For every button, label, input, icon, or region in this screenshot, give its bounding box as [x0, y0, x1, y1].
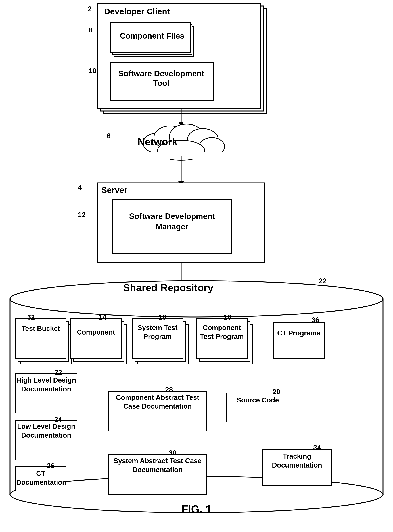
svg-rect-31: [71, 319, 121, 359]
comp-test-prog-label: Component Test Program: [197, 323, 246, 341]
svg-rect-15: [148, 152, 225, 159]
svg-rect-38: [274, 322, 324, 359]
svg-rect-30: [73, 321, 124, 361]
network-label: Network: [138, 136, 178, 148]
ref-36: 36: [311, 316, 319, 324]
ct-programs-label: CT Programs: [274, 329, 323, 338]
diagram: 2 Developer Client 8 Component Files 10 …: [0, 0, 393, 520]
comp-files-label: Component Files: [116, 31, 188, 41]
svg-rect-2: [98, 3, 261, 108]
server-label: Server: [101, 185, 127, 195]
sdm-label: Software Development Manager: [116, 211, 228, 232]
dev-client-title: Developer Client: [104, 6, 170, 16]
sdt-label: Software Development Tool: [114, 69, 208, 88]
ref-30: 30: [169, 449, 176, 457]
ref-18: 18: [158, 313, 166, 321]
test-bucket-label: Test Bucket: [16, 324, 65, 333]
tracking-label: Tracking Documentation: [264, 452, 330, 470]
ref-4: 4: [78, 184, 82, 192]
sys-abstract-label: System Abstract Test Case Documentation: [110, 457, 206, 474]
ref-2: 2: [88, 5, 92, 13]
repo-label: Shared Repository: [123, 282, 213, 293]
svg-rect-3: [114, 26, 194, 56]
component-label: Component: [72, 328, 120, 337]
ref-14: 14: [99, 313, 106, 321]
ref-32: 32: [27, 313, 35, 321]
low-level-label: Low Level Design Documentation: [16, 422, 76, 440]
sys-test-prog-label: System Test Program: [133, 323, 182, 341]
ref-20: 20: [273, 388, 280, 396]
ref-6: 6: [107, 132, 111, 140]
ct-doc-label: CT Documentation: [16, 469, 65, 487]
svg-marker-8: [178, 122, 184, 127]
source-code-label: Source Code: [228, 396, 288, 405]
ref-12: 12: [78, 211, 85, 219]
svg-rect-1: [101, 6, 264, 111]
svg-marker-18: [178, 182, 184, 187]
svg-point-12: [187, 129, 218, 150]
ref-26: 26: [47, 462, 54, 470]
ref-16: 16: [224, 313, 231, 321]
fig-caption: FIG. 1: [182, 503, 212, 515]
ref-8: 8: [89, 26, 93, 34]
svg-rect-0: [103, 9, 266, 114]
high-level-label: High Level Design Documentation: [16, 376, 76, 394]
ref-28: 28: [165, 386, 173, 394]
ref-10: 10: [89, 67, 96, 75]
ref-22b: 22: [54, 369, 62, 376]
ref-34: 34: [313, 444, 321, 452]
ref-22: 22: [319, 277, 326, 285]
svg-point-13: [199, 138, 225, 156]
comp-abstract-label: Component Abstract Test Case Documentati…: [110, 393, 206, 411]
